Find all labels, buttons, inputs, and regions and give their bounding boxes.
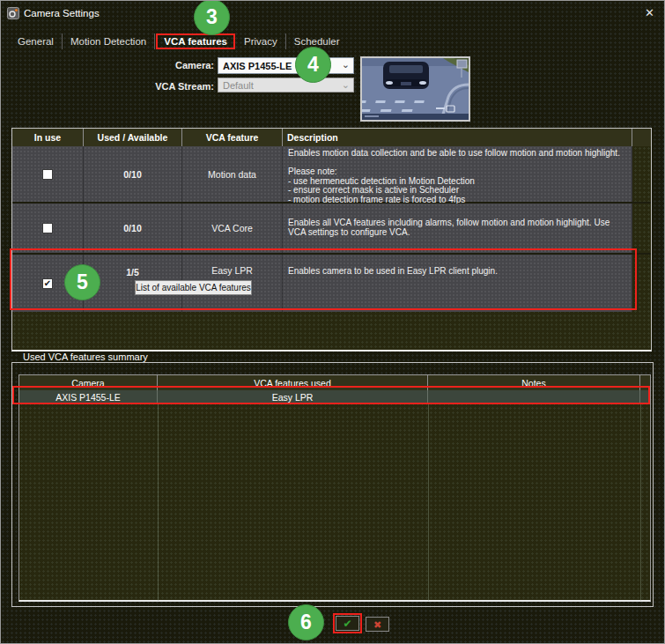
tab-general[interactable]: General (10, 33, 63, 49)
summary-table-header: Camera VCA features used Notes (19, 375, 650, 390)
header-spare (632, 129, 651, 146)
camera-preview-thumbnail (360, 56, 470, 122)
camera-select[interactable]: AXIS P1455-LE ⌄ (218, 57, 354, 74)
summary-camera-value: AXIS P1455-LE (19, 390, 158, 403)
vca-feature-name: VCA Core (182, 204, 283, 253)
in-use-checkbox[interactable] (42, 169, 53, 180)
annotation-step-badge-4: 4 (295, 47, 331, 83)
camera-select-value: AXIS P1455-LE (223, 61, 292, 71)
ok-check-icon: ✔ (343, 618, 351, 629)
feature-description: Enables all VCA features including alarm… (283, 204, 632, 253)
table-row-easy-lpr: ✔ 1/5 Easy LPR Enables camera to be used… (12, 253, 651, 312)
header-spare (640, 375, 650, 390)
summary-table-empty-area (19, 403, 650, 601)
cancel-x-icon: ✖ (373, 619, 381, 630)
summary-features-used-value: Easy LPR (158, 390, 428, 403)
description-line: Enables motion data collection and be ab… (288, 149, 620, 159)
annotation-step-badge-3: 3 (194, 0, 230, 35)
vca-stream-label: VCA Stream: (117, 81, 214, 92)
vca-stream-select-value: Default (223, 80, 254, 91)
summary-group-title: Used VCA features summary (18, 352, 152, 362)
used-available-value: 0/10 (84, 146, 182, 202)
header-description: Description (283, 129, 632, 146)
description-line: Enables camera to be used in Easy LPR cl… (288, 267, 498, 277)
description-line: Enables all VCA features including alarm… (288, 218, 626, 237)
header-vca-features-used: VCA features used (158, 375, 428, 390)
header-vca-feature: VCA feature (182, 129, 283, 146)
header-in-use: In use (12, 129, 84, 146)
tab-motion-detection[interactable]: Motion Detection (63, 33, 155, 49)
vca-stream-select[interactable]: Default ⌄ (218, 78, 354, 93)
camera-settings-icon (7, 7, 19, 19)
summary-row-axis-p1455[interactable]: AXIS P1455-LE Easy LPR (19, 390, 650, 403)
ok-button[interactable]: ✔ (336, 616, 359, 631)
annotation-step-badge-5: 5 (64, 264, 100, 300)
header-camera: Camera (19, 375, 158, 390)
close-icon[interactable]: ✕ (645, 6, 654, 19)
table-row-motion-data: 0/10 Motion data Enables motion data col… (12, 146, 651, 202)
used-available-value: 0/10 (84, 204, 182, 253)
feature-description: Enables motion data collection and be ab… (283, 146, 632, 202)
camera-label: Camera: (117, 60, 214, 70)
vca-feature-table: In use Used / Available VCA feature Desc… (11, 128, 652, 352)
header-notes: Notes (428, 375, 640, 390)
camera-settings-window: Camera Settings ✕ General Motion Detecti… (0, 0, 665, 644)
tooltip: List of available VCA features (135, 280, 252, 295)
camera-preview-image (362, 58, 469, 120)
in-use-checkbox[interactable] (42, 223, 53, 233)
feature-table-header: In use Used / Available VCA feature Desc… (12, 129, 651, 146)
checkbox-check-icon: ✔ (44, 279, 51, 288)
chevron-down-icon: ⌄ (342, 59, 350, 70)
chevron-down-icon: ⌄ (342, 79, 350, 91)
table-row-vca-core: 0/10 VCA Core Enables all VCA features i… (12, 202, 651, 253)
tab-bar: General Motion Detection VCA features Pr… (10, 33, 348, 50)
tab-vca-features[interactable]: VCA features (156, 33, 235, 49)
summary-notes-value (428, 390, 640, 403)
annotation-step-badge-6: 6 (288, 604, 324, 640)
in-use-checkbox-checked[interactable]: ✔ (42, 278, 53, 289)
summary-table: Camera VCA features used Notes AXIS P145… (18, 374, 651, 602)
cancel-button[interactable]: ✖ (366, 617, 389, 632)
header-used-available: Used / Available (84, 129, 182, 146)
feature-description: Enables camera to be used in Easy LPR cl… (283, 255, 632, 312)
tab-privacy[interactable]: Privacy (236, 33, 286, 49)
vca-feature-name: Motion data (182, 146, 283, 202)
window-title: Camera Settings (24, 8, 100, 19)
